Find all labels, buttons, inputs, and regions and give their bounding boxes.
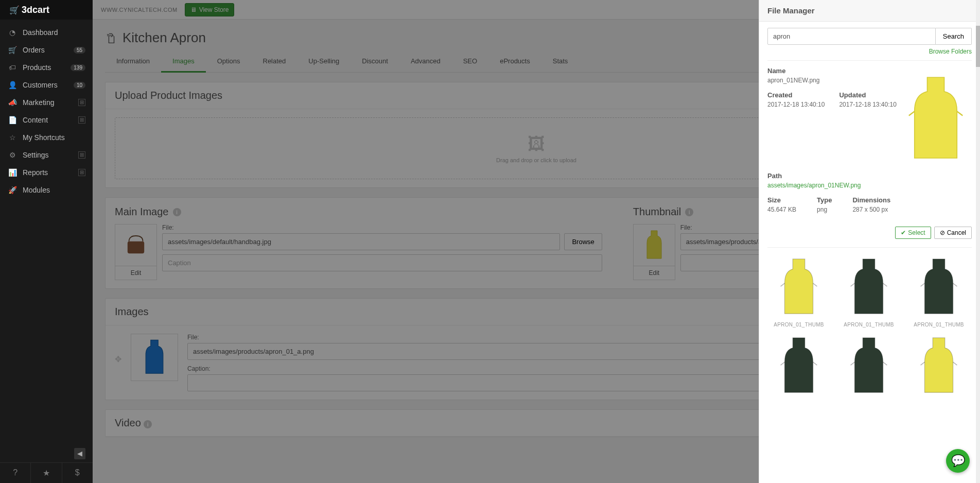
file-tile[interactable] [767, 335, 830, 401]
file-tile-image [837, 335, 900, 398]
nav-icon: 🛒 [7, 46, 18, 54]
file-tile[interactable] [907, 335, 970, 401]
bottom-icons: ? ★ $ [0, 462, 93, 483]
label-updated: Updated [839, 91, 896, 99]
cancel-button[interactable]: ⊘Cancel [934, 227, 972, 239]
nav-label: My Shortcuts [23, 133, 65, 142]
logo[interactable]: 🛒 3dcart [0, 0, 93, 20]
sidebar-item-marketing[interactable]: 📣Marketing⊞ [0, 94, 93, 111]
file-tile-image [907, 335, 970, 398]
expand-icon: ⊞ [78, 151, 85, 159]
search-button[interactable]: Search [936, 28, 972, 45]
scrollbar[interactable] [976, 0, 980, 483]
nav-badge: 55 [74, 47, 85, 54]
collapse-sidebar[interactable]: ◀ [0, 445, 93, 462]
nav-icon: 👤 [7, 81, 18, 89]
nav-badge: 139 [71, 64, 85, 71]
chat-bubble[interactable]: 💬 [946, 449, 970, 473]
label-name: Name [767, 67, 898, 75]
expand-icon: ⊞ [78, 169, 85, 176]
nav-icon: 📊 [7, 168, 18, 177]
label-dimensions: Dimensions [852, 196, 890, 204]
nav-icon: 🏷 [7, 63, 18, 72]
file-grid: APRON_01_THUMB APRON_01_THUMB APRON_01_T… [767, 256, 972, 401]
file-tile[interactable]: APRON_01_THUMB [837, 256, 900, 327]
nav-icon: ◔ [7, 28, 18, 37]
star-icon[interactable]: ★ [31, 463, 62, 483]
sidebar-item-modules[interactable]: 🚀Modules [0, 181, 93, 199]
help-icon[interactable]: ? [0, 463, 31, 483]
nav-label: Marketing [23, 98, 54, 107]
value-type: png [817, 206, 832, 213]
file-tile-name: APRON_01_THUMB [907, 322, 970, 327]
value-dimensions: 287 x 500 px [852, 206, 890, 213]
sidebar-item-dashboard[interactable]: ◔Dashboard [0, 24, 93, 41]
file-tile-image [767, 335, 830, 398]
browse-folders-link[interactable]: Browse Folders [929, 48, 972, 55]
nav-label: Customers [23, 81, 58, 89]
sidebar-item-products[interactable]: 🏷Products139 [0, 59, 93, 76]
nav-icon: ☆ [7, 133, 18, 142]
sidebar-item-customers[interactable]: 👤Customers10 [0, 76, 93, 94]
sidebar-item-reports[interactable]: 📊Reports⊞ [0, 164, 93, 181]
label-created: Created [767, 91, 825, 99]
expand-icon: ⊞ [78, 99, 85, 106]
file-manager-panel: File Manager Search Browse Folders Name … [759, 0, 980, 483]
expand-icon: ⊞ [78, 116, 85, 124]
value-created: 2017-12-18 13:40:10 [767, 101, 825, 108]
file-tile-image [837, 256, 900, 319]
value-path[interactable]: assets/images/apron_01NEW.png [767, 182, 861, 189]
nav-label: Settings [23, 151, 49, 159]
nav-badge: 10 [74, 82, 85, 89]
sidebar-item-my-shortcuts[interactable]: ☆My Shortcuts [0, 129, 93, 146]
nav-icon: 📄 [7, 116, 18, 124]
select-button[interactable]: ✔Select [895, 227, 931, 239]
nav-label: Content [23, 116, 48, 124]
nav-label: Reports [23, 168, 48, 177]
value-size: 45.647 KB [767, 206, 796, 213]
nav: ◔Dashboard🛒Orders55🏷Products139👤Customer… [0, 20, 93, 445]
file-search-input[interactable] [767, 28, 936, 45]
sidebar-item-settings[interactable]: ⚙Settings⊞ [0, 146, 93, 164]
nav-label: Dashboard [23, 28, 58, 37]
sidebar: 🛒 3dcart ◔Dashboard🛒Orders55🏷Products139… [0, 0, 93, 483]
nav-label: Orders [23, 46, 45, 54]
cancel-icon: ⊘ [940, 229, 945, 236]
select-label: Select [908, 229, 925, 236]
cancel-label: Cancel [947, 229, 966, 236]
sidebar-item-orders[interactable]: 🛒Orders55 [0, 41, 93, 59]
file-tile[interactable]: APRON_01_THUMB [767, 256, 830, 327]
cart-icon: 🛒 [9, 5, 20, 15]
label-type: Type [817, 196, 832, 204]
check-icon: ✔ [901, 229, 906, 236]
label-path: Path [767, 172, 972, 180]
nav-icon: ⚙ [7, 151, 18, 159]
file-preview [905, 67, 967, 170]
nav-icon: 🚀 [7, 186, 18, 194]
value-updated: 2017-12-18 13:40:10 [839, 101, 896, 108]
file-tile[interactable] [837, 335, 900, 401]
nav-label: Modules [23, 186, 50, 194]
file-tile-image [767, 256, 830, 319]
file-tile[interactable]: APRON_01_THUMB [907, 256, 970, 327]
brand-name: 3dcart [22, 5, 49, 15]
dollar-icon[interactable]: $ [62, 463, 93, 483]
file-manager-title: File Manager [759, 0, 980, 22]
label-size: Size [767, 196, 796, 204]
nav-label: Products [23, 63, 51, 72]
file-tile-name: APRON_01_THUMB [767, 322, 830, 327]
nav-icon: 📣 [7, 98, 18, 107]
value-name: apron_01NEW.png [767, 77, 898, 84]
file-tile-name: APRON_01_THUMB [837, 322, 900, 327]
sidebar-item-content[interactable]: 📄Content⊞ [0, 111, 93, 129]
file-tile-image [907, 256, 970, 319]
